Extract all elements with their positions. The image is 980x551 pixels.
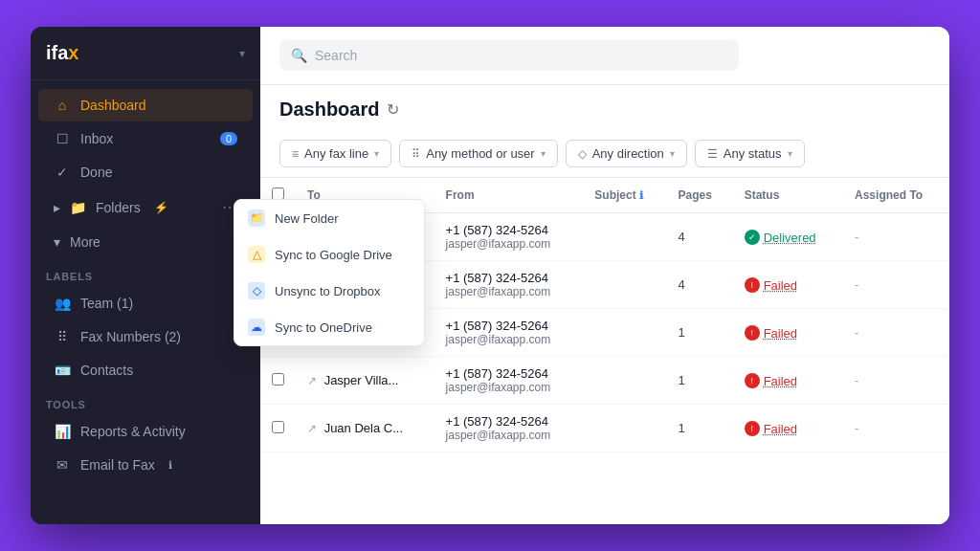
sidebar-item-label: Inbox	[80, 131, 113, 146]
home-icon: ⌂	[54, 98, 71, 113]
chevron-down-icon: ▾	[541, 148, 546, 159]
sidebar-more-label: More	[70, 234, 100, 250]
email-icon: ✉	[54, 457, 71, 473]
sidebar-item-inbox[interactable]: ☐ Inbox 0	[38, 122, 253, 155]
sidebar-item-reports[interactable]: 📊 Reports & Activity	[38, 415, 253, 448]
chevron-down-icon: ▾	[374, 148, 379, 159]
from-phone: +1 (587) 324-5264	[446, 366, 572, 381]
from-email: jasper@ifaxapp.com	[446, 381, 572, 394]
table-row: ↗ Jasper Villa... +1 (587) 324-5264 jasp…	[260, 357, 949, 405]
onedrive-icon: ☁	[248, 319, 265, 336]
google-drive-icon: △	[248, 246, 265, 263]
filter-status[interactable]: ☰ Any status ▾	[695, 140, 805, 167]
sidebar-item-label: Fax Numbers (2)	[80, 329, 181, 344]
assigned-cell: -	[843, 309, 949, 357]
sidebar-item-label: Folders	[96, 200, 141, 215]
main-header: 🔍	[260, 27, 949, 85]
context-menu[interactable]: 📁 New Folder △ Sync to Google Drive ◇ Un…	[234, 199, 425, 346]
sidebar-item-fax-numbers[interactable]: ⠿ Fax Numbers (2)	[38, 320, 253, 353]
from-email: jasper@ifaxapp.com	[446, 237, 572, 251]
tools-section-header: TOOLS	[31, 387, 260, 414]
direction-filter-icon: ◇	[578, 147, 587, 161]
filter-direction[interactable]: ◇ Any direction ▾	[566, 140, 687, 167]
from-phone: +1 (587) 324-5264	[446, 271, 572, 285]
chevron-down-icon: ▾	[239, 47, 245, 60]
status-failed-icon: !	[745, 325, 760, 341]
assigned-cell: -	[843, 213, 949, 261]
col-status: Status	[733, 178, 843, 213]
sidebar-item-done[interactable]: ✓ Done	[38, 156, 253, 188]
search-icon: 🔍	[291, 48, 307, 63]
method-user-filter-icon: ⠿	[412, 147, 420, 161]
pages-cell: 4	[666, 213, 732, 261]
labels-section-header: LABELS	[31, 259, 260, 286]
col-assigned: Assigned To	[843, 178, 949, 213]
filter-fax-line[interactable]: ≡ Any fax line ▾	[279, 140, 391, 167]
sidebar-item-label: Contacts	[80, 363, 133, 378]
inbox-icon: ☐	[54, 131, 71, 146]
chevron-right-icon: ▸	[54, 200, 60, 215]
dashboard-title-row: Dashboard ↻	[260, 85, 949, 130]
status-badge: ! Failed	[745, 325, 797, 341]
table-row: ↗ Juan Dela C... +1 (587) 324-5264 jaspe…	[260, 405, 949, 452]
sidebar-item-dashboard[interactable]: ⌂ Dashboard	[38, 89, 253, 121]
col-subject: Subject ℹ	[583, 178, 666, 213]
search-input[interactable]	[315, 48, 727, 63]
sidebar-nav: ⌂ Dashboard ☐ Inbox 0 ✓ Done ▸ 📁 Folders…	[31, 80, 260, 524]
sidebar-item-label: Dashboard	[80, 98, 146, 113]
logo[interactable]: ifax	[46, 42, 78, 64]
logo-accent: x	[68, 42, 78, 63]
status-badge: ! Failed	[745, 373, 797, 388]
sidebar-item-email-to-fax[interactable]: ✉ Email to Fax ℹ	[38, 449, 253, 481]
outbound-icon: ↗	[307, 374, 317, 387]
status-delivered-icon: ✓	[745, 230, 760, 245]
assigned-cell: -	[843, 261, 949, 309]
pages-cell: 1	[666, 405, 732, 452]
refresh-icon[interactable]: ↻	[387, 100, 399, 119]
filter-direction-label: Any direction	[592, 146, 664, 161]
status-badge: ✓ Delivered	[745, 230, 816, 245]
status-filter-icon: ☰	[707, 147, 718, 161]
row-checkbox[interactable]	[272, 373, 284, 386]
context-menu-item-label: Unsync to Dropbox	[275, 284, 381, 298]
subject-cell	[583, 309, 666, 357]
reports-icon: 📊	[54, 424, 71, 439]
status-failed-icon: !	[745, 421, 760, 436]
search-bar[interactable]: 🔍	[279, 40, 739, 71]
sidebar: ifax ▾ ⌂ Dashboard ☐ Inbox 0 ✓ Done ▸ 📁	[31, 27, 260, 524]
context-menu-unsync-dropbox[interactable]: ◇ Unsync to Dropbox	[234, 273, 424, 309]
subject-cell	[583, 213, 666, 261]
status-badge: ! Failed	[745, 421, 797, 436]
from-email: jasper@ifaxapp.com	[446, 333, 572, 346]
status-badge: ! Failed	[745, 277, 797, 293]
sidebar-item-label: Done	[80, 165, 112, 180]
context-menu-sync-google[interactable]: △ Sync to Google Drive	[234, 236, 424, 273]
from-phone: +1 (587) 324-5264	[446, 319, 572, 333]
subject-cell	[583, 357, 666, 405]
context-menu-new-folder[interactable]: 📁 New Folder	[234, 200, 424, 236]
inbox-badge: 0	[220, 132, 237, 145]
fax-line-filter-icon: ≡	[292, 147, 299, 161]
filter-method-user-label: Any method or user	[426, 146, 534, 161]
col-from: From	[434, 178, 584, 213]
page-title: Dashboard	[279, 99, 379, 121]
assigned-cell: -	[843, 357, 949, 405]
context-menu-item-label: Sync to Google Drive	[275, 248, 392, 262]
row-checkbox[interactable]	[272, 421, 284, 433]
folder-share-icon: ⚡	[154, 201, 168, 214]
pages-cell: 1	[666, 309, 732, 357]
filter-method-user[interactable]: ⠿ Any method or user ▾	[399, 140, 557, 167]
col-pages: Pages	[666, 178, 732, 213]
from-email: jasper@ifaxapp.com	[446, 285, 572, 298]
context-menu-item-label: New Folder	[275, 211, 338, 226]
sidebar-item-more[interactable]: ▾ More	[38, 226, 253, 258]
to-name: Juan Dela C...	[324, 421, 403, 435]
filter-status-label: Any status	[724, 146, 782, 161]
sidebar-item-folders[interactable]: ▸ 📁 Folders ⚡ ⋯	[38, 189, 253, 225]
sidebar-item-team[interactable]: 👥 Team (1)	[38, 287, 253, 320]
sidebar-item-contacts[interactable]: 🪪 Contacts	[38, 354, 253, 386]
contacts-icon: 🪪	[54, 363, 71, 378]
status-failed-icon: !	[745, 277, 760, 293]
outbound-icon: ↗	[307, 422, 317, 435]
context-menu-sync-onedrive[interactable]: ☁ Sync to OneDrive	[234, 309, 424, 345]
